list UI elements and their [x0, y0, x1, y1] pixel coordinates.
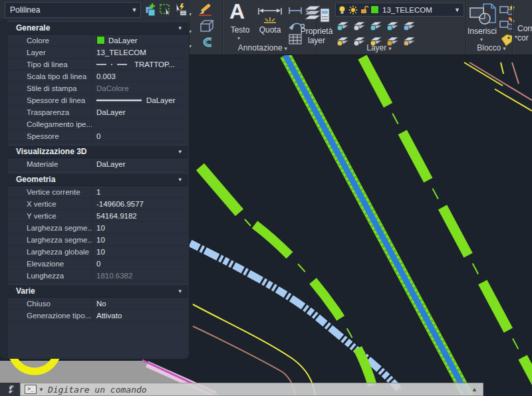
command-bar-customize[interactable]	[0, 383, 20, 396]
property-label: Spessore di linea	[8, 94, 93, 106]
property-label: Generazione tipo...	[8, 310, 93, 321]
testo-button[interactable]: Testo	[225, 25, 255, 35]
property-row[interactable]: Elevazione0	[8, 258, 188, 270]
section-title: Geometria	[8, 175, 178, 184]
panel-layer[interactable]: Layer▾	[336, 43, 422, 52]
property-row[interactable]: Larghezza segme...10	[8, 234, 188, 246]
property-value[interactable]: No	[93, 298, 188, 309]
property-value[interactable]: 10	[93, 234, 188, 245]
property-label: Scala tipo di linea	[8, 70, 93, 82]
property-value[interactable]: 1	[93, 186, 188, 197]
modify-tools-icons[interactable]	[197, 4, 217, 50]
property-row[interactable]: Tipo di lineaTRATTOP...	[8, 58, 188, 70]
palette-grab-rail[interactable]	[0, 19, 8, 359]
property-label: Larghezza segme...	[8, 222, 93, 233]
object-type-dropdown-arrow-icon: ▼	[128, 7, 140, 13]
quick-select-icon[interactable]	[174, 2, 188, 17]
layer-color-swatch	[370, 5, 379, 14]
block-small-icons[interactable]	[499, 4, 516, 48]
property-label: Layer	[8, 47, 93, 58]
property-value[interactable]: 0	[93, 130, 188, 142]
property-row[interactable]: Y vertice54164.9182	[8, 210, 188, 222]
command-expand-icon[interactable]: ▲	[471, 386, 477, 393]
property-value[interactable]: Attivato	[93, 310, 188, 321]
autocad-window: ▾ ▾ ▾ A Testo ▾	[0, 0, 532, 396]
command-prompt-icon[interactable]: >_	[25, 385, 37, 394]
property-value[interactable]: TRATTOP...	[93, 58, 188, 70]
properties-palette: Polilinea ▼ Generale▾ColoreDaL	[0, 0, 190, 359]
testo-dropdown-icon[interactable]: ▾	[237, 36, 240, 41]
property-row[interactable]: MaterialeDaLayer	[8, 158, 188, 170]
property-value[interactable]: 0.003	[93, 70, 188, 82]
property-value[interactable]: 10	[93, 222, 188, 233]
panel-annotazione[interactable]: Annotazione▾	[219, 43, 306, 52]
property-row[interactable]: Lunghezza1810.6382	[8, 270, 188, 282]
property-value[interactable]: DaLayer	[93, 35, 188, 46]
property-value[interactable]: DaLayer	[93, 158, 188, 169]
quota-icon[interactable]	[256, 5, 284, 25]
property-row[interactable]: Scala tipo di linea0.003	[8, 70, 188, 82]
section-header[interactable]: Visualizzazione 3D▾	[8, 145, 188, 158]
testo-icon[interactable]: A	[229, 1, 245, 21]
property-label: Stile di stampa	[8, 82, 93, 94]
command-history-dropdown-icon[interactable]: ▼	[39, 387, 44, 393]
property-label: Vertice corrente	[8, 186, 93, 197]
property-value[interactable]: 10	[93, 246, 188, 257]
property-row[interactable]: Collegamento ipe...	[8, 118, 188, 130]
property-row[interactable]: Layer13_TELECOM	[8, 47, 188, 58]
make-current-icon[interactable]	[402, 19, 417, 32]
property-row[interactable]: ChiusoNo	[8, 298, 188, 310]
section-header[interactable]: Geometria▾	[8, 173, 188, 186]
layer-isolate-icon[interactable]	[352, 19, 367, 32]
inserisci-dropdown-icon[interactable]: ▾	[480, 37, 483, 43]
section-header[interactable]: Varie▾	[8, 284, 188, 298]
layer-properties-icon[interactable]	[301, 3, 332, 27]
property-value[interactable]: DaLayer	[93, 106, 188, 118]
inserisci-icon[interactable]	[469, 3, 497, 27]
property-row[interactable]: Vertice corrente1	[8, 186, 188, 198]
property-label: Chiuso	[8, 298, 93, 309]
property-value[interactable]: DaLayer	[93, 94, 188, 106]
quota-button[interactable]: Quota	[255, 25, 285, 35]
object-type-dropdown[interactable]: Polilinea ▼	[5, 2, 141, 18]
layer-properties-button[interactable]: Proprietà layer	[298, 27, 335, 45]
property-row[interactable]: X vertice-149606.9577	[8, 198, 188, 210]
property-row[interactable]: ColoreDaLayer	[8, 35, 188, 47]
command-input[interactable]: Digitare un comando	[48, 385, 147, 395]
property-value[interactable]: 0	[93, 258, 188, 269]
wrench-icon	[5, 384, 15, 395]
inserisci-button[interactable]: Inserisci	[466, 27, 499, 36]
property-row[interactable]: TrasparenzaDaLayer	[8, 106, 188, 118]
lineweight-preview-icon	[96, 98, 143, 103]
collapse-chevron-icon[interactable]: ▾	[178, 148, 188, 155]
property-value[interactable]: 54164.9182	[93, 210, 188, 221]
toggle-pickadd-icon[interactable]	[144, 2, 158, 17]
linetype-preview-icon	[96, 62, 131, 67]
property-value[interactable]	[93, 118, 188, 130]
property-value[interactable]: 1810.6382	[93, 270, 188, 281]
command-bar[interactable]: >_ ▼ Digitare un comando ▲	[20, 383, 483, 396]
property-row[interactable]: Larghezza globale10	[8, 246, 188, 258]
layer-lock-icon[interactable]	[386, 19, 400, 32]
property-row[interactable]: Larghezza segme...10	[8, 222, 188, 234]
layer-off-icon[interactable]	[336, 19, 350, 32]
collapse-chevron-icon[interactable]: ▾	[178, 25, 188, 31]
property-label: Larghezza globale	[8, 246, 93, 257]
property-row[interactable]: Spessore0	[8, 130, 188, 142]
collapse-chevron-icon[interactable]: ▾	[178, 288, 188, 294]
property-row[interactable]: Generazione tipo...Attivato	[8, 310, 188, 322]
collapse-chevron-icon[interactable]: ▾	[178, 176, 188, 183]
layer-freeze-icon[interactable]	[369, 19, 384, 32]
property-value[interactable]: 13_TELECOM	[93, 47, 188, 58]
property-label: Lunghezza	[8, 270, 93, 281]
property-value[interactable]: -149606.9577	[93, 198, 188, 209]
property-row[interactable]: Stile di stampaDaColore	[8, 82, 188, 94]
object-type-value: Polilinea	[5, 5, 128, 15]
select-objects-icon[interactable]	[159, 2, 173, 17]
layer-dropdown[interactable]: 13_TELECOM ▼	[335, 3, 464, 17]
cube-3d-icon	[201, 21, 213, 31]
section-header[interactable]: Generale▾	[8, 21, 188, 35]
property-label: Materiale	[8, 158, 93, 169]
property-row[interactable]: Spessore di lineaDaLayer	[8, 94, 188, 106]
property-value[interactable]: DaColore	[93, 82, 188, 94]
